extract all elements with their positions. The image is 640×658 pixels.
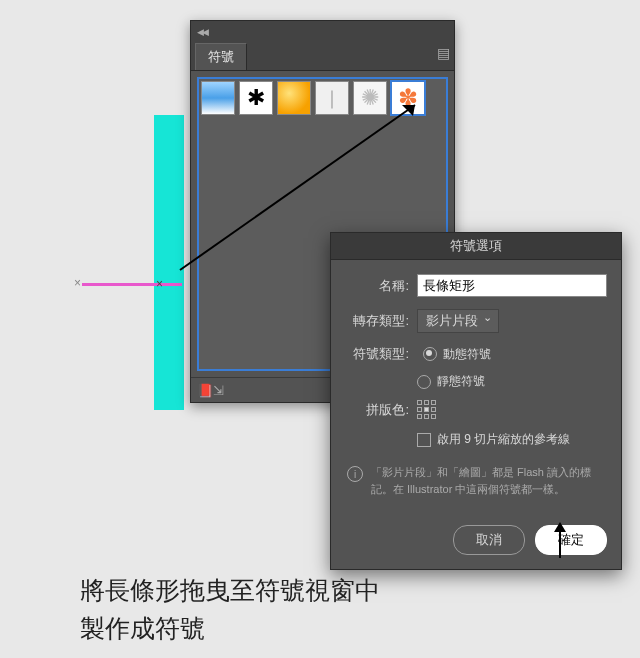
symbol-options-dialog: 符號選項 名稱: 轉存類型: 影片片段 符號類型: 動態符號 靜態符號 拼版色: (330, 232, 622, 570)
info-note: i 「影片片段」和「繪圖」都是 Flash 讀入的標記。在 Illustrato… (345, 458, 607, 509)
name-label: 名稱: (345, 277, 409, 295)
registration-grid[interactable] (417, 400, 436, 419)
cancel-button[interactable]: 取消 (453, 525, 525, 555)
symbol-swatch-ink[interactable] (239, 81, 273, 115)
anchor-end-icon: × (156, 277, 163, 291)
radio-static[interactable] (417, 375, 431, 389)
symbol-swatch-wreath[interactable] (353, 81, 387, 115)
symbol-swatch-ribbon[interactable] (315, 81, 349, 115)
drag-path-guide (82, 283, 182, 286)
symbol-swatch-flower[interactable] (391, 81, 425, 115)
dialog-title: 符號選項 (331, 233, 621, 260)
slice-checkbox-label: 啟用 9 切片縮放的參考線 (437, 431, 570, 448)
symbol-swatch-gradient[interactable] (201, 81, 235, 115)
export-type-label: 轉存類型: (345, 312, 409, 330)
name-input[interactable] (417, 274, 607, 297)
panel-header[interactable]: ◀◀ (191, 21, 454, 43)
registration-label: 拼版色: (345, 401, 409, 419)
panel-collapse-icon[interactable]: ◀◀ (197, 27, 207, 37)
symbol-swatch-sphere[interactable] (277, 81, 311, 115)
tab-symbols[interactable]: 符號 (195, 43, 247, 70)
info-icon: i (347, 466, 363, 482)
radio-static-label: 靜態符號 (437, 373, 485, 390)
symbol-type-label: 符號類型: (345, 345, 409, 363)
cyan-rectangle[interactable] (154, 115, 184, 410)
anchor-start-icon: × (74, 276, 81, 290)
info-text: 「影片片段」和「繪圖」都是 Flash 讀入的標記。在 Illustrator … (371, 464, 605, 497)
radio-dynamic-label: 動態符號 (443, 346, 491, 363)
ok-button[interactable]: 確定 (535, 525, 607, 555)
radio-dynamic[interactable] (423, 347, 437, 361)
export-type-select[interactable]: 影片片段 (417, 309, 499, 333)
symbol-library-icon[interactable]: 📕⇲ (197, 383, 224, 398)
slice-checkbox[interactable] (417, 433, 431, 447)
panel-menu-icon[interactable]: ▤ (433, 43, 454, 70)
instruction-text: 將長條形拖曳至符號視窗中 製作成符號 (80, 572, 380, 647)
